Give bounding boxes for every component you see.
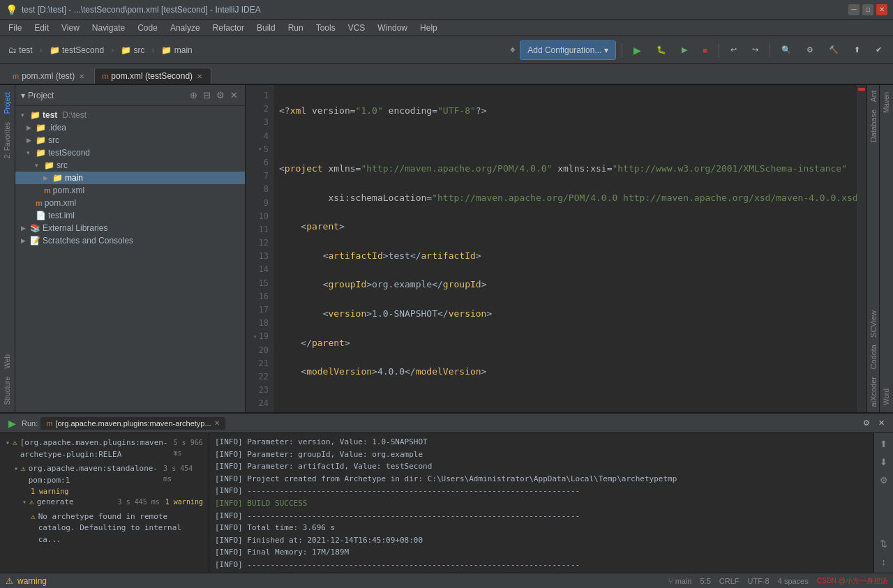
menu-view[interactable]: View: [56, 22, 85, 34]
run-item-root[interactable]: ▾ ⚠ [org.apache.maven.plugins:maven-arch…: [0, 436, 209, 462]
margin-error-indicator[interactable]: [858, 88, 865, 91]
main-layout: Project 2: Favorites Web Structure ▾ Pro…: [0, 85, 893, 412]
undo-button[interactable]: ↩: [725, 40, 742, 60]
vcs-commit-button[interactable]: ✔: [870, 40, 887, 60]
run-item-standalone[interactable]: ▾ ⚠ org.apache.maven:standalone-pom:pom:…: [0, 462, 209, 488]
menu-run[interactable]: Run: [283, 22, 309, 34]
tree-item-src-testSecond[interactable]: ▾ 📁 src: [15, 159, 245, 172]
menu-refactor[interactable]: Refactor: [207, 22, 250, 34]
left-strip-project[interactable]: Project: [2, 88, 13, 118]
close-button[interactable]: ✕: [876, 4, 887, 15]
code-editor[interactable]: <?xml version="1.0" encoding="UTF-8"?> <…: [273, 85, 857, 412]
stop-button[interactable]: ■: [697, 40, 713, 60]
menu-navigate[interactable]: Navigate: [87, 22, 130, 34]
status-position[interactable]: 5:5: [700, 577, 711, 585]
menu-file[interactable]: File: [3, 22, 27, 34]
maximize-button[interactable]: □: [862, 4, 873, 15]
bottom-strip-scroll-button[interactable]: ↕: [878, 554, 889, 570]
title-bar-controls[interactable]: ─ □ ✕: [848, 4, 887, 15]
log-line-8: [INFO] Total time: 3.696 s: [215, 522, 868, 534]
bottom-play-button[interactable]: ▶: [6, 414, 19, 433]
tab-pom-test[interactable]: m pom.xml (test) ✕: [6, 68, 93, 84]
locate-file-button[interactable]: ⊕: [188, 89, 199, 102]
play-button[interactable]: ▶: [628, 40, 647, 60]
menu-build[interactable]: Build: [251, 22, 281, 34]
tree-item-pom-testSecond[interactable]: ▶ m pom.xml: [15, 184, 245, 197]
bottom-strip-down-button[interactable]: ⬇: [877, 454, 890, 470]
bottom-strip-wrap-button[interactable]: ⇅: [877, 536, 890, 552]
menu-vcs[interactable]: VCS: [343, 22, 371, 34]
tree-item-scratches[interactable]: ▶ 📝 Scratches and Consoles: [15, 234, 245, 247]
settings-button[interactable]: ⚙: [801, 40, 819, 60]
breadcrumb-test[interactable]: 🗂 test: [6, 44, 36, 56]
run-item-generate[interactable]: ▾ ⚠ generate 3 s 445 ms 1 warning: [0, 495, 209, 510]
add-configuration-button[interactable]: Add Configuration... ▾: [520, 40, 616, 60]
bottom-strip-filter-button[interactable]: ⚙: [877, 472, 891, 488]
status-crlf[interactable]: CRLF: [719, 577, 740, 585]
run-with-coverage-button[interactable]: ▶: [676, 40, 693, 60]
project-settings-button[interactable]: ⚙: [215, 89, 226, 102]
status-warning-label[interactable]: warning: [17, 576, 47, 586]
bottom-tab-run-close[interactable]: ✕: [214, 419, 220, 427]
far-right-maven[interactable]: Maven: [881, 88, 892, 117]
menu-window[interactable]: Window: [372, 22, 413, 34]
project-dropdown-icon: ▾: [21, 91, 25, 100]
tree-item-src-root[interactable]: ▶ 📁 src: [15, 134, 245, 146]
run-log[interactable]: [INFO] Parameter: version, Value: 1.0-SN…: [209, 433, 873, 573]
collapse-all-button[interactable]: ⊟: [202, 89, 212, 102]
left-strip-web[interactable]: Web: [2, 350, 13, 372]
tree-item-testSecond[interactable]: ▾ 📁 testSecond: [15, 146, 245, 159]
log-line-6: [INFO] BUILD SUCCESS: [215, 497, 868, 510]
right-panel-codota[interactable]: Codota: [868, 342, 879, 372]
tree-item-external-libraries[interactable]: ▶ 📚 External Libraries: [15, 222, 245, 234]
breadcrumb-src[interactable]: 📁 src: [118, 44, 147, 56]
left-strip-structure[interactable]: Structure: [2, 372, 13, 409]
title-bar-title: test [D:\test] - ...\testSecond\pom.xml …: [22, 5, 261, 15]
menu-code[interactable]: Code: [132, 22, 163, 34]
tree-item-pom-root[interactable]: ▶ m pom.xml: [15, 197, 245, 209]
left-strip: Project 2: Favorites Web Structure: [0, 85, 15, 412]
right-panel-ant[interactable]: Ant: [868, 88, 879, 105]
add-config-arrow: ▾: [604, 45, 608, 55]
status-git[interactable]: ⑂ main: [668, 577, 692, 585]
tree-item-test[interactable]: ▾ 📁 test D:\test: [15, 109, 245, 121]
tree-item-main[interactable]: ▶ 📁 main: [15, 172, 245, 184]
right-panel-strip: Ant Database SCView Codota aiXcoder: [866, 85, 879, 412]
bottom-settings-button[interactable]: ⚙: [860, 414, 873, 433]
editor-content[interactable]: 1 2 3 4 ▾5 6 7 8 9 10 11 12 13 14 15 16 …: [246, 85, 866, 412]
search-button[interactable]: 🔍: [776, 40, 797, 60]
left-strip-favorites[interactable]: 2: Favorites: [2, 118, 13, 163]
vcs-update-button[interactable]: ⬆: [848, 40, 866, 60]
breadcrumb-main[interactable]: 📁 main: [158, 44, 195, 56]
menu-tools[interactable]: Tools: [310, 22, 341, 34]
far-right-word[interactable]: Word: [881, 384, 892, 409]
bottom-strip-up-button[interactable]: ⬆: [877, 436, 890, 452]
editor-area: 1 2 3 4 ▾5 6 7 8 9 10 11 12 13 14 15 16 …: [246, 85, 866, 412]
minimize-button[interactable]: ─: [848, 4, 860, 15]
build-project-button[interactable]: 🔨: [823, 40, 844, 60]
tab-pom-testSecond[interactable]: m pom.xml (testSecond) ✕: [94, 68, 211, 84]
far-right-strip: Maven Word: [879, 85, 893, 412]
project-title[interactable]: ▾ Project: [21, 91, 54, 100]
menu-help[interactable]: Help: [414, 22, 443, 34]
editor-right-margin: [857, 85, 866, 412]
tab-close-pom-testSecond[interactable]: ✕: [195, 73, 204, 80]
tree-item-test-iml[interactable]: ▶ 📄 test.iml: [15, 209, 245, 222]
right-panel-aixcoder[interactable]: aiXcoder: [868, 374, 879, 409]
status-encoding[interactable]: UTF-8: [748, 577, 770, 585]
menu-edit[interactable]: Edit: [29, 22, 54, 34]
debug-button[interactable]: 🐛: [651, 40, 672, 60]
menu-analyze[interactable]: Analyze: [165, 22, 206, 34]
tree-item-idea[interactable]: ▶ 📁 .idea: [15, 121, 245, 134]
breadcrumb-testSecond[interactable]: 📁 testSecond: [47, 44, 107, 56]
right-panel-scview[interactable]: SCView: [868, 308, 879, 340]
right-panel-database[interactable]: Database: [868, 107, 879, 145]
run-item-no-archetype[interactable]: ⚠ No archetype found in remote catalog. …: [0, 510, 209, 548]
bottom-tab-run[interactable]: m [org.apache.maven.plugins:maven-archet…: [40, 417, 225, 430]
redo-button[interactable]: ↪: [746, 40, 764, 60]
close-project-panel-button[interactable]: ✕: [229, 89, 239, 102]
tab-close-pom-test[interactable]: ✕: [77, 73, 86, 80]
status-indent[interactable]: 4 spaces: [778, 577, 809, 585]
bottom-close-button[interactable]: ✕: [876, 414, 887, 433]
log-line-9: [INFO] Finished at: 2021-12-14T16:45:09+…: [215, 534, 868, 547]
